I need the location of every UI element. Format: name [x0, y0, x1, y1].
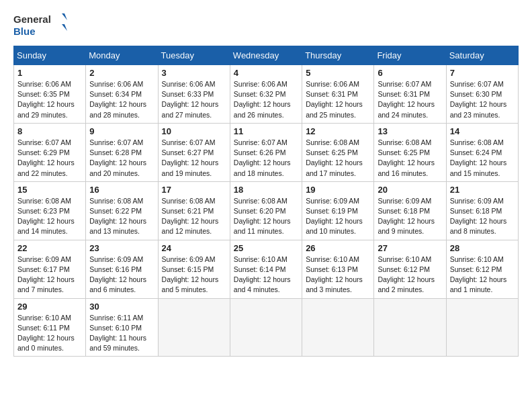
calendar-cell: 4Sunrise: 6:06 AMSunset: 6:32 PMDaylight… — [230, 65, 302, 124]
calendar-cell: 14Sunrise: 6:08 AMSunset: 6:24 PMDayligh… — [446, 123, 518, 181]
day-info: Sunrise: 6:10 AMSunset: 6:12 PMDaylight:… — [378, 255, 442, 295]
calendar-cell: 12Sunrise: 6:08 AMSunset: 6:25 PMDayligh… — [302, 123, 374, 181]
day-number: 19 — [306, 185, 370, 195]
calendar-week-1: 1Sunrise: 6:06 AMSunset: 6:35 PMDaylight… — [14, 65, 519, 124]
header: General Blue — [13, 11, 519, 39]
day-number: 30 — [89, 302, 154, 312]
calendar-cell: 3Sunrise: 6:06 AMSunset: 6:33 PMDaylight… — [158, 65, 230, 124]
day-number: 15 — [17, 185, 82, 195]
calendar-cell: 18Sunrise: 6:08 AMSunset: 6:20 PMDayligh… — [230, 181, 302, 240]
calendar-header-saturday: Saturday — [446, 46, 518, 65]
day-number: 11 — [234, 126, 298, 136]
calendar-week-5: 29Sunrise: 6:10 AMSunset: 6:11 PMDayligh… — [14, 298, 519, 357]
day-number: 8 — [17, 126, 82, 136]
svg-marker-2 — [62, 13, 67, 20]
calendar-cell: 24Sunrise: 6:09 AMSunset: 6:15 PMDayligh… — [158, 240, 230, 298]
calendar-header-sunday: Sunday — [14, 46, 86, 65]
day-info: Sunrise: 6:06 AMSunset: 6:34 PMDaylight:… — [89, 79, 154, 120]
day-info: Sunrise: 6:10 AMSunset: 6:13 PMDaylight:… — [306, 255, 370, 295]
day-number: 3 — [162, 68, 226, 78]
calendar-cell: 10Sunrise: 6:07 AMSunset: 6:27 PMDayligh… — [158, 123, 230, 181]
svg-marker-3 — [62, 24, 67, 31]
calendar-cell — [302, 298, 374, 357]
day-info: Sunrise: 6:08 AMSunset: 6:21 PMDaylight:… — [162, 196, 226, 237]
calendar-cell — [230, 298, 302, 357]
day-info: Sunrise: 6:08 AMSunset: 6:20 PMDaylight:… — [234, 196, 298, 237]
day-number: 18 — [234, 185, 298, 195]
calendar-cell: 5Sunrise: 6:06 AMSunset: 6:31 PMDaylight… — [302, 65, 374, 124]
calendar-cell: 1Sunrise: 6:06 AMSunset: 6:35 PMDaylight… — [14, 65, 86, 124]
day-info: Sunrise: 6:06 AMSunset: 6:35 PMDaylight:… — [17, 79, 82, 120]
day-info: Sunrise: 6:09 AMSunset: 6:18 PMDaylight:… — [378, 196, 442, 237]
calendar-cell: 8Sunrise: 6:07 AMSunset: 6:29 PMDaylight… — [14, 123, 86, 181]
day-info: Sunrise: 6:09 AMSunset: 6:15 PMDaylight:… — [162, 255, 226, 295]
calendar-cell: 29Sunrise: 6:10 AMSunset: 6:11 PMDayligh… — [14, 298, 86, 357]
calendar-cell: 22Sunrise: 6:09 AMSunset: 6:17 PMDayligh… — [14, 240, 86, 298]
day-number: 2 — [89, 68, 154, 78]
day-number: 12 — [306, 126, 370, 136]
day-info: Sunrise: 6:07 AMSunset: 6:29 PMDaylight:… — [17, 138, 82, 179]
calendar-cell: 28Sunrise: 6:10 AMSunset: 6:12 PMDayligh… — [446, 240, 518, 298]
day-info: Sunrise: 6:06 AMSunset: 6:33 PMDaylight:… — [162, 79, 226, 120]
calendar-header-row: SundayMondayTuesdayWednesdayThursdayFrid… — [14, 46, 519, 65]
calendar-cell: 19Sunrise: 6:09 AMSunset: 6:19 PMDayligh… — [302, 181, 374, 240]
day-info: Sunrise: 6:08 AMSunset: 6:24 PMDaylight:… — [450, 138, 515, 179]
calendar-cell: 6Sunrise: 6:07 AMSunset: 6:31 PMDaylight… — [374, 65, 446, 124]
calendar-cell: 23Sunrise: 6:09 AMSunset: 6:16 PMDayligh… — [86, 240, 158, 298]
day-number: 22 — [17, 243, 82, 253]
day-number: 14 — [450, 126, 515, 136]
calendar-week-2: 8Sunrise: 6:07 AMSunset: 6:29 PMDaylight… — [14, 123, 519, 181]
day-number: 27 — [378, 243, 442, 253]
day-number: 5 — [306, 68, 370, 78]
day-number: 24 — [162, 243, 226, 253]
day-number: 20 — [378, 185, 442, 195]
calendar-header-tuesday: Tuesday — [158, 46, 230, 65]
day-info: Sunrise: 6:09 AMSunset: 6:19 PMDaylight:… — [306, 196, 370, 237]
day-info: Sunrise: 6:10 AMSunset: 6:12 PMDaylight:… — [450, 255, 515, 295]
svg-text:General: General — [13, 13, 51, 25]
logo: General Blue — [13, 11, 67, 39]
day-number: 17 — [162, 185, 226, 195]
day-info: Sunrise: 6:07 AMSunset: 6:27 PMDaylight:… — [162, 138, 226, 179]
day-info: Sunrise: 6:10 AMSunset: 6:14 PMDaylight:… — [234, 255, 298, 295]
day-info: Sunrise: 6:08 AMSunset: 6:25 PMDaylight:… — [378, 138, 442, 179]
day-info: Sunrise: 6:11 AMSunset: 6:10 PMDaylight:… — [89, 313, 154, 354]
calendar-cell: 17Sunrise: 6:08 AMSunset: 6:21 PMDayligh… — [158, 181, 230, 240]
calendar-cell: 21Sunrise: 6:09 AMSunset: 6:18 PMDayligh… — [446, 181, 518, 240]
calendar-cell: 26Sunrise: 6:10 AMSunset: 6:13 PMDayligh… — [302, 240, 374, 298]
day-info: Sunrise: 6:08 AMSunset: 6:25 PMDaylight:… — [306, 138, 370, 179]
day-info: Sunrise: 6:09 AMSunset: 6:18 PMDaylight:… — [450, 196, 515, 237]
day-number: 1 — [17, 68, 82, 78]
day-number: 28 — [450, 243, 515, 253]
calendar-cell: 13Sunrise: 6:08 AMSunset: 6:25 PMDayligh… — [374, 123, 446, 181]
day-number: 23 — [89, 243, 154, 253]
calendar-cell: 20Sunrise: 6:09 AMSunset: 6:18 PMDayligh… — [374, 181, 446, 240]
page: General Blue SundayMondayTuesdayWednesda… — [0, 0, 532, 411]
day-number: 16 — [89, 185, 154, 195]
day-number: 10 — [162, 126, 226, 136]
calendar-cell — [158, 298, 230, 357]
day-number: 4 — [234, 68, 298, 78]
calendar-cell: 11Sunrise: 6:07 AMSunset: 6:26 PMDayligh… — [230, 123, 302, 181]
day-info: Sunrise: 6:06 AMSunset: 6:31 PMDaylight:… — [306, 79, 370, 120]
day-info: Sunrise: 6:08 AMSunset: 6:23 PMDaylight:… — [17, 196, 82, 237]
day-info: Sunrise: 6:07 AMSunset: 6:28 PMDaylight:… — [89, 138, 154, 179]
day-info: Sunrise: 6:07 AMSunset: 6:30 PMDaylight:… — [450, 79, 515, 120]
calendar-cell: 25Sunrise: 6:10 AMSunset: 6:14 PMDayligh… — [230, 240, 302, 298]
calendar-header-thursday: Thursday — [302, 46, 374, 65]
day-info: Sunrise: 6:07 AMSunset: 6:31 PMDaylight:… — [378, 79, 442, 120]
logo-icon: General Blue — [13, 11, 67, 39]
day-number: 25 — [234, 243, 298, 253]
day-number: 7 — [450, 68, 515, 78]
day-number: 26 — [306, 243, 370, 253]
calendar-table: SundayMondayTuesdayWednesdayThursdayFrid… — [13, 46, 519, 357]
calendar-cell — [374, 298, 446, 357]
day-number: 13 — [378, 126, 442, 136]
calendar-header-friday: Friday — [374, 46, 446, 65]
day-number: 9 — [89, 126, 154, 136]
calendar-cell: 2Sunrise: 6:06 AMSunset: 6:34 PMDaylight… — [86, 65, 158, 124]
day-number: 29 — [17, 302, 82, 312]
day-info: Sunrise: 6:07 AMSunset: 6:26 PMDaylight:… — [234, 138, 298, 179]
calendar-cell: 7Sunrise: 6:07 AMSunset: 6:30 PMDaylight… — [446, 65, 518, 124]
day-info: Sunrise: 6:06 AMSunset: 6:32 PMDaylight:… — [234, 79, 298, 120]
